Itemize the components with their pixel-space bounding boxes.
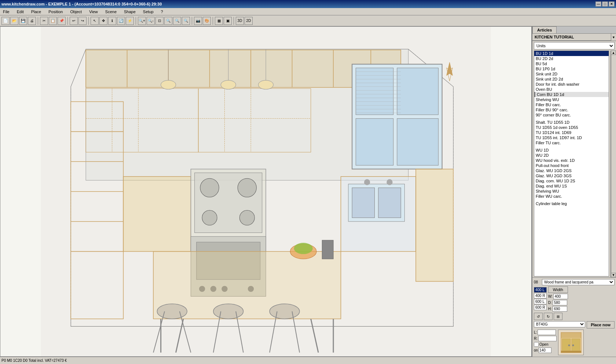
tb-select[interactable]: ↖ <box>91 17 99 25</box>
article-item-sinkunit2d2d[interactable]: Sink unit 2D 2d <box>534 77 609 82</box>
menu-setup[interactable]: Setup <box>142 9 155 14</box>
viewport[interactable] <box>0 26 532 357</box>
r-input[interactable] <box>538 336 557 341</box>
right-panel: Articles KITCHEN TUTORIAL ▼ Units BU 1D … <box>532 26 616 357</box>
on-input[interactable] <box>539 348 551 353</box>
article-item-corner90[interactable]: 90° corner BU carc. <box>534 112 609 118</box>
article-item-fillertucarc[interactable]: Filler TU carc. <box>534 140 609 145</box>
tb-zoom1[interactable]: 🔍 <box>164 17 172 25</box>
article-item-cornbu[interactable]: Corn BU 1D 1d <box>534 92 609 97</box>
article-item-pullout[interactable]: Pull-out hood front <box>534 163 609 168</box>
tb-zoomin[interactable]: 🔍+ <box>138 17 146 25</box>
article-item-bu1d1d[interactable]: BU 1D 1d <box>534 51 609 56</box>
article-item-fillerbu90[interactable]: Filler BU 90° carc. <box>534 107 609 112</box>
article-item-shaltu1d55[interactable]: Shalt. TU 1D55 1D <box>534 120 609 125</box>
tb-camera[interactable]: 📷 <box>194 17 202 25</box>
article-item-bu1p01d[interactable]: BU 1P0 1d <box>534 66 609 71</box>
dim-h: H: 690 <box>548 306 568 312</box>
article-item-glazwu1gd[interactable]: Glaz. WU 1GD 2GS <box>534 168 609 173</box>
tb-copy[interactable]: 📋 <box>49 17 57 25</box>
article-item-tu1d55oven[interactable]: TU 1D55 1d oven 1D55 <box>534 125 609 130</box>
article-item-fillerbucarc[interactable]: Filler BU carc. <box>534 102 609 107</box>
size-600r[interactable]: 600 R <box>534 305 547 310</box>
article-item-sinkunit2d[interactable]: Sink unit 2D <box>534 71 609 77</box>
svg-rect-80 <box>352 188 374 218</box>
article-item-shelvingwu2[interactable]: Shelving WU <box>534 189 609 194</box>
tb-zoom2[interactable]: 🔍 <box>173 17 181 25</box>
article-item-ovenbu[interactable]: Oven BU <box>534 87 609 92</box>
scroll-down-arrow[interactable]: ▼ <box>611 273 616 277</box>
finish-number: 08 <box>534 280 541 284</box>
maximize-button[interactable]: □ <box>602 1 608 7</box>
menu-file[interactable]: File <box>1 9 11 14</box>
tb-undo[interactable]: ↩ <box>70 17 78 25</box>
article-item-wuhoodvis[interactable]: WU hood vis. extr. 1D <box>534 158 609 163</box>
article-item-wu1d[interactable]: WU 1D <box>534 148 609 153</box>
tb-rotate[interactable]: 🔄 <box>117 17 125 25</box>
svg-point-51 <box>202 210 217 225</box>
article-item-bu2d2d[interactable]: BU 2D 2d <box>534 56 609 61</box>
actions-row: ↺ ↻ ⊞ <box>534 313 615 320</box>
finish-dropdown[interactable]: Wood frame and lacquered pa <box>542 279 615 285</box>
finish-code-dropdown[interactable]: BT40G <box>534 321 585 327</box>
panel-title-arrow[interactable]: ▼ <box>611 34 616 41</box>
d-value: 580 <box>553 300 567 305</box>
menu-help[interactable]: ? <box>160 9 165 14</box>
svg-point-49 <box>200 178 219 197</box>
units-dropdown[interactable]: Units <box>534 42 615 49</box>
menu-place[interactable]: Place <box>30 9 43 14</box>
menu-scene[interactable]: Scene <box>104 9 118 14</box>
tb-move[interactable]: ✥ <box>99 17 107 25</box>
tb-snap[interactable]: ⚡ <box>126 17 134 25</box>
article-item-bu5d[interactable]: BU 5d <box>534 61 609 66</box>
tb-redo[interactable]: ↪ <box>78 17 87 25</box>
tab-articles[interactable]: Articles <box>532 26 557 33</box>
article-item-tu1d55int[interactable]: TU 1D55 int. 1D97 int. 1D <box>534 135 609 140</box>
article-item-wu2d[interactable]: WU 2D <box>534 153 609 158</box>
tb-render[interactable]: 🎨 <box>203 17 211 25</box>
tb-paste[interactable]: 📌 <box>58 17 66 25</box>
action-btn-3[interactable]: ⊞ <box>554 313 562 320</box>
tb-zoomout[interactable]: 🔍- <box>147 17 155 25</box>
tb-info[interactable]: ℹ <box>108 17 116 25</box>
action-btn-1[interactable]: ↺ <box>534 313 543 320</box>
article-item-cylindertable[interactable]: Cylinder table leg <box>534 201 609 206</box>
close-button[interactable]: ✕ <box>609 1 615 7</box>
tb-print[interactable]: 🖨 <box>28 17 36 25</box>
article-item-glazwu2gd[interactable]: Glaz. WU 2GD 3GS <box>534 173 609 178</box>
tb-new[interactable]: 📄 <box>1 17 10 25</box>
size-600l[interactable]: 600 L <box>534 299 547 304</box>
menu-edit[interactable]: Edit <box>15 9 25 14</box>
size-400r[interactable]: 400 R <box>534 293 547 298</box>
tb-open[interactable]: 📂 <box>10 17 18 25</box>
tb-wall[interactable]: ▣ <box>224 17 232 25</box>
tb-cut[interactable]: ✂ <box>40 17 48 25</box>
tb-zoom3[interactable]: 🔍 <box>182 17 190 25</box>
svg-point-85 <box>294 243 313 254</box>
article-item-diagcomwu[interactable]: Diag. com. WU 1D 2S <box>534 178 609 183</box>
width-button[interactable]: Width <box>548 286 568 293</box>
d-label: D: <box>548 301 552 305</box>
tb-3d[interactable]: 3D <box>236 17 244 25</box>
lr-open-col: L: R: Open on <box>534 330 557 353</box>
minimize-button[interactable]: — <box>595 1 601 7</box>
tb-floor[interactable]: ▦ <box>215 17 223 25</box>
article-item-doorint[interactable]: Door for int. dish washer <box>534 82 609 87</box>
place-now-button[interactable]: Place now <box>587 321 615 328</box>
tb-zoomfit[interactable]: ⊡ <box>155 17 164 25</box>
article-item-tu1d124[interactable]: TU 1D124 int. 1D69 <box>534 130 609 135</box>
size-400l[interactable]: 400 L <box>534 287 547 293</box>
menu-shape[interactable]: Shape <box>122 9 137 14</box>
article-item-fillerwucarc[interactable]: Filler WU carc. <box>534 194 609 199</box>
article-item-shelvingwu[interactable]: Shelving WU <box>534 97 609 102</box>
menu-position[interactable]: Position <box>47 9 64 14</box>
menu-view[interactable]: View <box>88 9 99 14</box>
tb-save[interactable]: 💾 <box>19 17 27 25</box>
tb-2d[interactable]: 2D <box>245 17 253 25</box>
scroll-up-arrow[interactable]: ▲ <box>611 51 616 55</box>
article-item-diagendwu[interactable]: Diag. end WU 1S <box>534 183 609 189</box>
action-btn-2[interactable]: ↻ <box>544 313 553 320</box>
l-input[interactable] <box>538 330 556 335</box>
menu-object[interactable]: Object <box>69 9 83 14</box>
open-checkbox[interactable] <box>534 342 539 347</box>
